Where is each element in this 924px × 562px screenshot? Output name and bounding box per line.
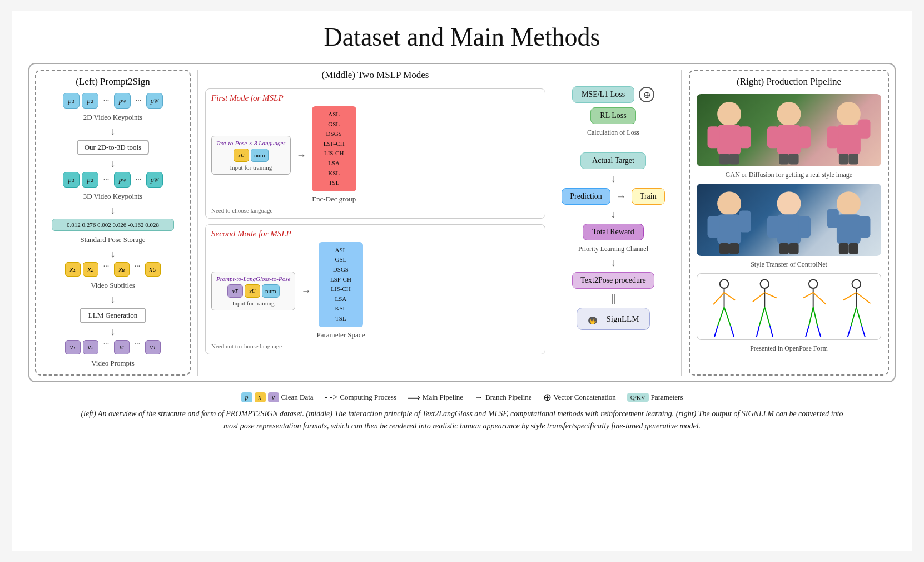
- svg-rect-35: [858, 216, 870, 238]
- skeleton-area: [697, 273, 881, 340]
- openpose-label: Presented in OpenPose Form: [697, 344, 881, 353]
- first-mode-title: First Mode for MSLP: [211, 93, 539, 103]
- svg-point-8: [777, 102, 801, 126]
- full-middle: (Middle) Two MSLP Modes First Mode for M…: [205, 70, 674, 376]
- svg-rect-19: [848, 154, 858, 165]
- svg-point-32: [837, 191, 861, 215]
- svg-rect-24: [719, 243, 729, 254]
- svg-rect-17: [858, 119, 870, 138]
- vt-box-left: vt: [114, 340, 130, 354]
- svg-rect-18: [839, 154, 849, 165]
- main-diagram: (Left) Prompt2Sign p₁ p₂ ··· pw ··· pW 2…: [28, 63, 896, 382]
- first-mode-input-box: Text-to-Pose × 8 Languages xU num Input …: [211, 136, 291, 175]
- svg-rect-7: [729, 154, 739, 165]
- first-num-box: num: [251, 149, 269, 162]
- svg-rect-12: [779, 154, 789, 165]
- arrow2: ↓: [111, 159, 116, 169]
- svg-rect-33: [837, 214, 861, 244]
- style-svg: [697, 184, 881, 256]
- mse-row: MSE/L1 Loss ⊕: [572, 86, 654, 103]
- 2d-keypoints-row: p₁ p₂ ··· pw ··· pW: [63, 93, 163, 109]
- second-mode-arrow: →: [301, 285, 311, 297]
- svg-rect-27: [777, 214, 801, 244]
- svg-line-52: [757, 326, 759, 337]
- v-dots2: ···: [132, 340, 143, 354]
- legend-oplus: ⊕: [543, 391, 552, 403]
- svg-rect-37: [848, 243, 858, 254]
- svg-point-2: [717, 102, 741, 126]
- page-title: Dataset and Main Methods: [28, 22, 896, 52]
- gan-label: GAN or Diffusion for getting a real styl…: [697, 171, 881, 179]
- arrow3: ↓: [111, 205, 116, 215]
- concat-group: ⊕: [639, 87, 654, 102]
- svg-line-60: [806, 326, 809, 337]
- svg-line-68: [848, 326, 851, 337]
- signllm-label: SignLLM: [606, 314, 639, 324]
- subtitles-label: Video Subtitles: [91, 281, 135, 290]
- arrow4: ↓: [111, 249, 116, 259]
- svg-line-56: [803, 293, 813, 298]
- second-bottom-label: Need not to choose language: [211, 343, 539, 349]
- tools-box: Our 2D-to-3D tools: [77, 140, 150, 155]
- kp3-dots2: ···: [133, 175, 144, 184]
- svg-line-50: [759, 307, 765, 326]
- legend-main-pipeline-item: ⟹ Main Pipeline: [408, 392, 463, 403]
- page-wrapper: Dataset and Main Methods (Left) Prompt2S…: [12, 11, 912, 551]
- second-training-label: Input for training: [232, 300, 275, 307]
- x2-box: x₂: [83, 262, 98, 277]
- svg-point-14: [837, 102, 861, 126]
- svg-point-62: [852, 279, 861, 288]
- legend-clean-label: Clean Data: [281, 393, 314, 402]
- legend-solid-arrow: →: [474, 392, 483, 402]
- flow-column: MSE/L1 Loss ⊕ RL Loss Calculation of Los…: [552, 70, 674, 376]
- svg-line-44: [714, 326, 718, 337]
- legend-main-pipeline-label: Main Pipeline: [423, 393, 463, 402]
- svg-rect-15: [837, 125, 861, 155]
- svg-rect-29: [799, 216, 811, 238]
- pred-train-row: Prediction → Train: [562, 188, 664, 205]
- svg-rect-21: [717, 214, 741, 244]
- second-vt-box: vT: [227, 284, 243, 298]
- svg-line-61: [817, 326, 821, 337]
- svg-line-45: [731, 326, 734, 337]
- legend-computing-item: - -> Computing Process: [325, 392, 396, 402]
- svg-line-42: [718, 307, 724, 326]
- svg-rect-5: [739, 126, 751, 148]
- skel4: [843, 279, 871, 337]
- first-mode-row: Text-to-Pose × 8 Languages xU num Input …: [211, 106, 539, 205]
- legend-qkv-box: Q/KV: [627, 393, 649, 402]
- prediction-box: Prediction: [562, 188, 610, 205]
- concat-symbol: ⊕: [639, 87, 654, 102]
- kp3-pW: pW: [146, 172, 163, 188]
- kp-pW: pW: [146, 93, 163, 109]
- second-num-box: num: [262, 284, 280, 298]
- pose-storage-box: 0.012 0.276 0.002 0.026 -0.162 0.028: [52, 219, 174, 231]
- first-training-label: Input for training: [230, 164, 272, 171]
- flow-arrow4: ‖: [611, 293, 616, 303]
- first-enc-dec-box: ASLGSLDSGSLSF-CHLIS-CHLSAKSLTSL: [312, 106, 356, 191]
- 3d-keypoints-label: 3D Video Keypoints: [83, 192, 143, 201]
- xU-box: xU: [145, 262, 161, 277]
- kp3-pw: pw: [114, 172, 131, 188]
- flow-arrow1: ↓: [611, 174, 616, 184]
- first-group-label: Enc-Dec group: [312, 195, 356, 204]
- legend-branch-item: → Branch Pipeline: [474, 392, 531, 402]
- second-mode-title: Second Mode for MSLP: [211, 229, 539, 239]
- right-panel-title: (Right) Production Pipeline: [697, 76, 881, 87]
- video-prompts-row: v₁ v₂ ··· vt ··· vT: [65, 340, 161, 354]
- legend-concat-label: Vector Concatenation: [554, 393, 616, 402]
- svg-line-41: [724, 293, 735, 300]
- second-mode-row: Prompt-to-LangGloss-to-Pose vT xU num In…: [211, 242, 539, 341]
- middle-panel-title: (Middle) Two MSLP Modes: [205, 70, 545, 81]
- right-panel: (Right) Production Pipeline: [689, 70, 889, 376]
- rl-loss-box: RL Loss: [590, 107, 635, 124]
- svg-point-20: [717, 191, 741, 215]
- svg-rect-3: [717, 125, 741, 155]
- legend-params-label: Parameters: [651, 393, 683, 402]
- skel2: [753, 279, 777, 337]
- x-dots1: ···: [101, 262, 112, 277]
- svg-rect-16: [827, 126, 838, 148]
- legend-p-box: p: [241, 392, 252, 402]
- llm-box: LLM Generation: [80, 308, 146, 323]
- legend-branch-label: Branch Pipeline: [485, 393, 531, 402]
